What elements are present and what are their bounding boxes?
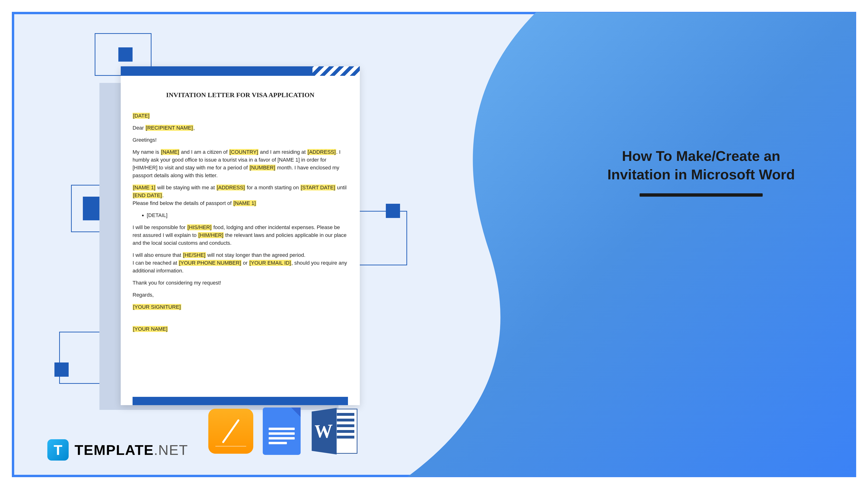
paragraph: Thank you for considering my request!	[132, 279, 348, 287]
regards: Regards,	[132, 291, 348, 299]
brand-logo: T TEMPLATE.NET	[47, 439, 188, 461]
main-frame: INVITATION LETTER FOR VISA APPLICATION […	[12, 12, 856, 477]
decoration-square	[118, 48, 132, 62]
list-item: [DETAIL]	[147, 211, 348, 219]
decoration-square	[55, 363, 69, 377]
paragraph: [NAME 1] will be staying with me at [ADD…	[132, 183, 348, 207]
document-body: INVITATION LETTER FOR VISA APPLICATION […	[121, 76, 360, 351]
brand-icon: T	[47, 439, 69, 461]
word-icon: W	[310, 409, 358, 454]
document-header-bar	[121, 66, 360, 76]
title-block: How To Make/Create an Invitation in Micr…	[600, 147, 802, 197]
placeholder-signature: [YOUR SIGNITURE]	[132, 304, 181, 310]
decoration-square	[386, 204, 400, 218]
app-icons-row: W	[208, 407, 358, 455]
document-heading: INVITATION LETTER FOR VISA APPLICATION	[132, 90, 348, 100]
title-underline	[640, 193, 763, 197]
paragraph: My name is [NAME] and I am a citizen of …	[132, 148, 348, 179]
page-title: How To Make/Create an Invitation in Micr…	[600, 147, 802, 184]
document-footer-bar	[132, 397, 348, 405]
placeholder-date: [DATE]	[132, 113, 150, 119]
placeholder-yourname: [YOUR NAME]	[132, 326, 168, 332]
document-preview: INVITATION LETTER FOR VISA APPLICATION […	[121, 66, 360, 405]
decoration-square	[353, 211, 407, 265]
placeholder-recipient: [RECIPIENT NAME]	[145, 125, 193, 131]
greeting: Greetings!	[132, 136, 348, 144]
google-docs-icon	[263, 407, 301, 455]
wave-background	[394, 12, 856, 477]
pages-icon	[208, 409, 253, 454]
brand-text: TEMPLATE.NET	[74, 442, 188, 458]
paragraph: I will also ensure that [HE/SHE] will no…	[132, 251, 348, 275]
paragraph: I will be responsible for [HIS/HER] food…	[132, 223, 348, 247]
